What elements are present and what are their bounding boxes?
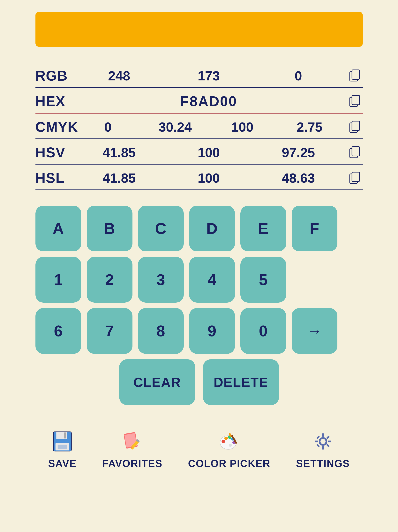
hsv-v: 97.25 [254, 145, 343, 160]
svg-rect-32 [315, 441, 318, 443]
hsv-label: HSV [35, 145, 74, 160]
color-picker-nav-item[interactable]: COLOR PICKER [188, 429, 270, 469]
hex-row: HEX F8AD00 [35, 88, 363, 114]
color-preview [35, 12, 363, 47]
keypad: A B C D E F 1 2 3 4 5 6 7 8 9 0 → CLEAR … [35, 206, 363, 405]
key-5[interactable]: 5 [240, 257, 286, 303]
svg-rect-9 [352, 172, 360, 181]
hex-copy-button[interactable] [347, 94, 363, 109]
svg-point-26 [229, 444, 232, 447]
cmyk-k: 2.75 [276, 119, 343, 134]
save-icon [50, 429, 75, 454]
svg-rect-3 [352, 95, 360, 105]
key-2[interactable]: 2 [87, 257, 133, 303]
svg-rect-5 [352, 121, 360, 130]
hsv-copy-button[interactable] [347, 145, 363, 160]
svg-point-22 [224, 437, 228, 440]
svg-rect-1 [352, 70, 360, 79]
hsl-label: HSL [35, 170, 74, 186]
key-4[interactable]: 4 [189, 257, 235, 303]
key-a[interactable]: A [35, 206, 81, 251]
settings-label: SETTINGS [296, 458, 350, 469]
svg-rect-34 [316, 436, 320, 439]
cmyk-y: 100 [209, 119, 276, 134]
hsv-values: 41.85 100 97.25 [74, 145, 343, 160]
svg-rect-37 [326, 444, 330, 448]
key-3[interactable]: 3 [138, 257, 184, 303]
svg-rect-30 [322, 433, 324, 437]
key-d[interactable]: D [189, 206, 235, 251]
settings-icon [310, 429, 336, 454]
cmyk-copy-button[interactable] [347, 119, 363, 135]
hex-values: F8AD00 [74, 93, 343, 109]
hsl-copy-button[interactable] [347, 170, 363, 186]
cmyk-values: 0 30.24 100 2.75 [74, 119, 343, 134]
rgb-b: 0 [254, 68, 343, 83]
hsv-row: HSV 41.85 100 97.25 [35, 139, 363, 165]
favorites-label: FAVORITES [102, 458, 162, 469]
cmyk-row: CMYK 0 30.24 100 2.75 [35, 114, 363, 139]
save-nav-item[interactable]: SAVE [48, 429, 77, 469]
hsl-l: 48.63 [254, 170, 343, 186]
key-8[interactable]: 8 [138, 308, 184, 354]
favorites-icon [120, 429, 145, 454]
rgb-row: RGB 248 173 0 [35, 62, 363, 88]
rgb-g: 173 [164, 68, 254, 83]
nums-row-1: 1 2 3 4 5 [35, 257, 363, 303]
hex-value: F8AD00 [74, 93, 343, 109]
rgb-copy-button[interactable] [347, 68, 363, 83]
key-f[interactable]: F [292, 206, 337, 251]
svg-rect-14 [58, 445, 67, 449]
hsl-h: 41.85 [74, 170, 164, 186]
rgb-r: 248 [74, 68, 164, 83]
rgb-values: 248 173 0 [74, 68, 343, 83]
favorites-nav-item[interactable]: FAVORITES [102, 429, 162, 469]
key-c[interactable]: C [138, 206, 184, 251]
svg-rect-36 [316, 444, 320, 448]
svg-rect-33 [328, 441, 331, 443]
cmyk-c: 0 [74, 119, 142, 134]
key-6[interactable]: 6 [35, 308, 81, 354]
clear-button[interactable]: CLEAR [119, 359, 195, 405]
backspace-button[interactable]: → [292, 308, 337, 354]
key-7[interactable]: 7 [87, 308, 133, 354]
settings-nav-item[interactable]: SETTINGS [296, 429, 350, 469]
svg-rect-31 [322, 446, 324, 450]
key-b[interactable]: B [87, 206, 133, 251]
svg-rect-12 [64, 432, 66, 438]
bottom-nav: SAVE FAVORITES [35, 421, 363, 469]
cmyk-label: CMYK [35, 119, 74, 135]
hsl-row: HSL 41.85 100 48.63 [35, 165, 363, 190]
hsl-s: 100 [164, 170, 254, 186]
save-label: SAVE [48, 458, 77, 469]
nums-row-2: 6 7 8 9 0 → [35, 308, 363, 354]
color-picker-icon [217, 429, 242, 454]
rgb-label: RGB [35, 68, 74, 84]
actions-row: CLEAR DELETE [35, 359, 363, 405]
key-e[interactable]: E [240, 206, 286, 251]
color-picker-label: COLOR PICKER [188, 458, 270, 469]
cmyk-m: 30.24 [142, 119, 209, 134]
hsl-values: 41.85 100 48.63 [74, 170, 343, 186]
svg-point-29 [320, 439, 325, 444]
hsv-h: 41.85 [74, 145, 164, 160]
svg-point-21 [222, 440, 225, 443]
svg-rect-7 [352, 146, 360, 156]
hex-label: HEX [35, 93, 74, 109]
key-9[interactable]: 9 [189, 308, 235, 354]
delete-button[interactable]: DELETE [203, 359, 279, 405]
color-fields: RGB 248 173 0 HEX F8AD00 CMYK 0 [35, 62, 363, 190]
key-0[interactable]: 0 [240, 308, 286, 354]
letters-row: A B C D E F [35, 206, 363, 251]
key-1[interactable]: 1 [35, 257, 81, 303]
hsv-s: 100 [164, 145, 254, 160]
svg-rect-35 [326, 436, 330, 439]
